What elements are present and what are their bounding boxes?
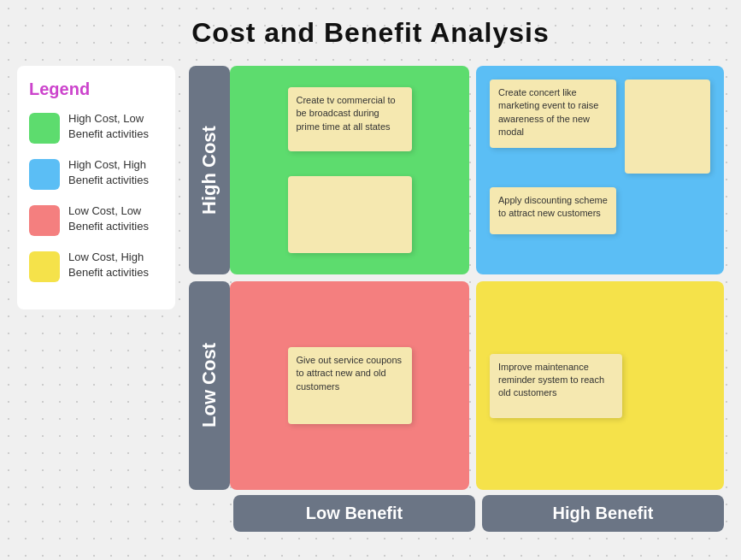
legend-item-1: High Cost, Low Benefit activities xyxy=(29,111,163,144)
legend-label-4: Low Cost, High Benefit activities xyxy=(68,250,163,280)
quadrant-low-cost-high-benefit: Improve maintenance reminder system to r… xyxy=(476,281,724,490)
page-title: Cost and Benefit Analysis xyxy=(17,17,724,49)
legend-item-3: Low Cost, Low Benefit activities xyxy=(29,203,163,236)
axis-high-benefit-label: High Benefit xyxy=(482,495,724,532)
legend-item-2: High Cost, High Benefit activities xyxy=(29,157,163,190)
sticky-note-br-1[interactable]: Improve maintenance reminder system to r… xyxy=(490,354,622,418)
quadrant-high-cost-low-benefit: Create tv commercial to be broadcast dur… xyxy=(230,66,469,274)
sticky-note-tl-1[interactable]: Create tv commercial to be broadcast dur… xyxy=(288,87,412,151)
matrix-wrapper: High Cost Create tv commercial to be bro… xyxy=(189,66,724,532)
content-area: Legend High Cost, Low Benefit activities… xyxy=(17,66,724,532)
quadrant-high-cost-high-benefit: Create concert like marketing event to r… xyxy=(476,66,724,274)
matrix-grid: High Cost Create tv commercial to be bro… xyxy=(189,66,724,490)
legend-label-2: High Cost, High Benefit activities xyxy=(68,157,163,188)
sticky-note-tr-3[interactable]: Apply discounting scheme to attract new … xyxy=(490,187,616,234)
legend-item-4: Low Cost, High Benefit activities xyxy=(29,250,163,282)
page: Cost and Benefit Analysis Legend High Co… xyxy=(0,0,741,560)
q-tr-top-row: Create concert like marketing event to r… xyxy=(490,80,710,174)
axis-high-cost-label: High Cost xyxy=(189,66,230,274)
sticky-note-tr-1[interactable]: Create concert like marketing event to r… xyxy=(490,80,616,148)
legend-color-salmon xyxy=(29,205,60,236)
axis-low-cost-label: Low Cost xyxy=(189,281,230,490)
axis-low-benefit-label: Low Benefit xyxy=(233,495,475,532)
legend-color-green xyxy=(29,113,60,144)
sticky-note-tr-2[interactable] xyxy=(625,80,710,174)
legend-label-3: Low Cost, Low Benefit activities xyxy=(68,203,163,234)
legend-color-yellow xyxy=(29,251,60,282)
sticky-note-bl-1[interactable]: Give out service coupons to attract new … xyxy=(288,347,412,424)
legend-panel: Legend High Cost, Low Benefit activities… xyxy=(17,66,175,309)
legend-label-1: High Cost, Low Benefit activities xyxy=(68,111,163,142)
legend-color-blue xyxy=(29,159,60,190)
sticky-note-tl-2[interactable] xyxy=(288,176,412,253)
bottom-labels: Low Benefit High Benefit xyxy=(189,495,724,532)
legend-title: Legend xyxy=(29,80,163,99)
quadrant-low-cost-low-benefit: Give out service coupons to attract new … xyxy=(230,281,469,490)
